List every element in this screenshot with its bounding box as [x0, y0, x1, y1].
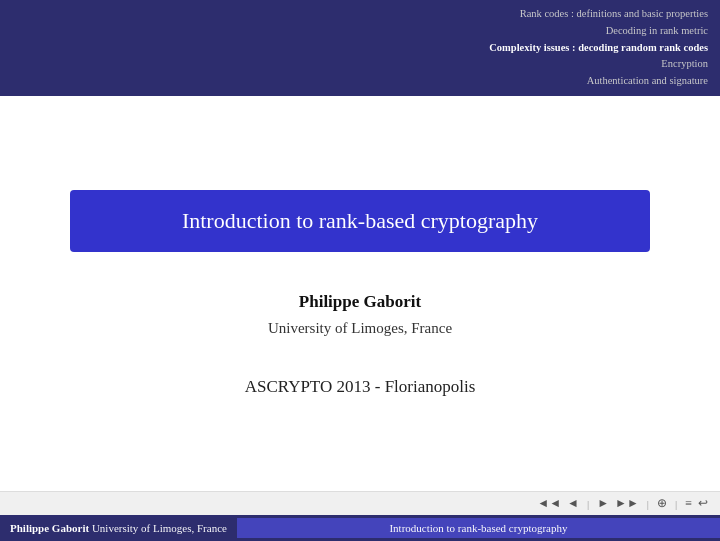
status-institution-text: University of Limoges, France [92, 522, 227, 534]
slide-author: Philippe Gaborit [299, 292, 421, 312]
nav-separator-2: | [647, 498, 649, 510]
nav-first-button[interactable]: ◄◄ [537, 496, 561, 511]
nav-menu-button[interactable]: ≡ [685, 496, 692, 511]
slide-conference: ASCRYPTO 2013 - Florianopolis [245, 377, 476, 397]
navigation-controls: ◄◄ ◄ | ► ►► | ⊕ | ≡ ↩ [0, 491, 720, 515]
slide-title: Introduction to rank-based cryptography [70, 190, 650, 252]
status-bar: Philippe Gaborit University of Limoges, … [0, 515, 720, 541]
nav-separator-1: | [587, 498, 589, 510]
nav-back-button[interactable]: ↩ [698, 496, 708, 511]
nav-item-2[interactable]: Decoding in rank metric [606, 23, 708, 40]
status-author: Philippe Gaborit [10, 522, 89, 534]
nav-prev-button[interactable]: ◄ [567, 496, 579, 511]
nav-next-button[interactable]: ► [597, 496, 609, 511]
slide-content: Introduction to rank-based cryptography … [0, 96, 720, 491]
top-navigation: Rank codes : definitions and basic prope… [0, 0, 720, 96]
nav-item-5[interactable]: Authentication and signature [587, 73, 708, 90]
nav-item-3-active[interactable]: Complexity issues : decoding random rank… [489, 40, 708, 57]
nav-separator-3: | [675, 498, 677, 510]
status-right: Introduction to rank-based cryptography [237, 518, 720, 538]
nav-item-4[interactable]: Encryption [661, 56, 708, 73]
slide-institution: University of Limoges, France [268, 320, 452, 337]
nav-last-button[interactable]: ►► [615, 496, 639, 511]
nav-zoom-button[interactable]: ⊕ [657, 496, 667, 511]
status-left: Philippe Gaborit University of Limoges, … [0, 518, 237, 538]
nav-item-1[interactable]: Rank codes : definitions and basic prope… [520, 6, 708, 23]
